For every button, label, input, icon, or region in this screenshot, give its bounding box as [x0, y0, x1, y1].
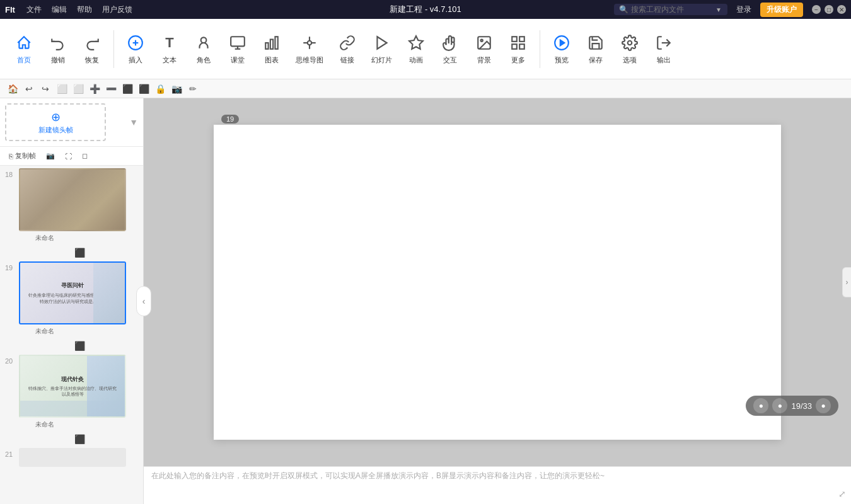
copy-icon: ⎘	[9, 152, 13, 160]
toolbar-chart[interactable]: 图表	[255, 25, 288, 73]
collapse-panel-button[interactable]: ‹	[136, 286, 151, 316]
tb2-edit-btn[interactable]: ✏	[185, 81, 200, 96]
fullscreen-icon: ⛶	[65, 152, 72, 160]
minimize-button[interactable]: −	[812, 5, 821, 14]
slide-item-19[interactable]: 19 寻医问针 针灸推拿理论与临床的研究与感悟；针灸推拿特效疗法的认识与研究或是…	[0, 259, 143, 340]
toolbar-animation[interactable]: 动画	[400, 25, 432, 73]
notes-expand-icon[interactable]: ⤢	[838, 489, 846, 499]
slide-canvas[interactable]: 19	[214, 125, 781, 440]
slide-20-inner: 现代针灸 特殊腧穴、推拿手法对疾病的治疗、现代研究以及感悟等	[20, 356, 125, 416]
export-label: 输出	[657, 55, 671, 65]
panel-collapse-icon[interactable]: ▼	[129, 117, 138, 127]
menu-help[interactable]: 帮助	[72, 0, 97, 19]
toolbar-insert[interactable]: 插入	[119, 25, 152, 73]
toolbar-role[interactable]: 角色	[187, 25, 220, 73]
search-box[interactable]: 🔍 ▼	[614, 4, 727, 15]
chart-icon	[262, 33, 282, 53]
window-controls: − □ ✕	[812, 5, 846, 14]
toolbar-classroom[interactable]: 课堂	[221, 25, 254, 73]
settings-icon: ◻	[82, 152, 88, 160]
toolbar-interact[interactable]: 交互	[434, 25, 466, 73]
close-button[interactable]: ✕	[837, 5, 846, 14]
slide-item-21[interactable]: 21	[0, 445, 143, 469]
play-prev-button[interactable]: ●	[753, 398, 768, 413]
tb2-zoom-out-btn[interactable]: ➖	[103, 81, 119, 96]
fullscreen-button[interactable]: ⛶	[61, 151, 76, 162]
tb2-lock-btn[interactable]: 🔒	[153, 81, 168, 96]
slide-thumb-19[interactable]: 寻医问针 针灸推拿理论与临床的研究与感悟；针灸推拿特效疗法的认识与研究或是感悟等	[19, 261, 126, 324]
options-label: 选项	[623, 55, 637, 65]
notes-area[interactable]: 在此处输入您的备注内容，在预览时开启双屏模式，可以实现A屏全屏播放演示内容，B屏…	[144, 466, 851, 504]
slide-thumb-20[interactable]: 现代针灸 特殊腧穴、推拿手法对疾病的治疗、现代研究以及感悟等	[19, 355, 126, 418]
settings-button[interactable]: ◻	[78, 150, 91, 162]
new-frame-plus-icon: ⊕	[51, 110, 61, 124]
tb2-redo-btn[interactable]: ↪	[38, 81, 53, 96]
tb2-paste-btn[interactable]: ⬜	[71, 81, 86, 96]
menu-edit[interactable]: 编辑	[47, 0, 72, 19]
new-frame-area: ⊕ 新建镜头帧 ▼	[0, 98, 143, 147]
toolbar-slide[interactable]: 幻灯片	[365, 25, 398, 73]
slide-thumb-18[interactable]	[19, 168, 126, 231]
toolbar-background[interactable]: 背景	[468, 25, 501, 73]
tb2-align-btn[interactable]: ⬛	[120, 81, 135, 96]
slide-item-18[interactable]: 18 未命名	[0, 166, 143, 246]
home-label: 首页	[17, 55, 31, 65]
right-panel-toggle[interactable]: ›	[842, 267, 851, 297]
slide-thumb-21[interactable]	[19, 448, 126, 467]
canvas-main[interactable]: 19 ● ● 19/33 ● ›	[144, 98, 851, 466]
slide-20-title: 现代针灸	[26, 375, 119, 384]
new-frame-button[interactable]: ⊕ 新建镜头帧	[5, 103, 106, 141]
role-label: 角色	[197, 55, 211, 65]
svg-rect-7	[265, 43, 268, 49]
menu-file[interactable]: 文件	[21, 0, 47, 19]
toolbar-options[interactable]: 选项	[613, 25, 646, 73]
search-input[interactable]	[631, 5, 713, 14]
toolbar-home[interactable]: 首页	[8, 25, 40, 73]
maximize-button[interactable]: □	[825, 5, 833, 14]
capture-icon: 📷	[46, 152, 55, 160]
tb2-copy-btn[interactable]: ⬜	[54, 81, 69, 96]
title-bar: FIt 文件 编辑 帮助 用户反馈 新建工程 - v4.7.101 🔍 ▼ 登录…	[0, 0, 851, 19]
search-dropdown-icon[interactable]: ▼	[715, 6, 722, 13]
toolbar-more[interactable]: 更多	[502, 25, 535, 73]
tb2-align2-btn[interactable]: ⬛	[136, 81, 151, 96]
link-icon	[337, 33, 357, 53]
menu-feedback[interactable]: 用户反馈	[97, 0, 137, 19]
tb2-home-btn[interactable]: 🏠	[5, 81, 20, 96]
options-icon	[620, 33, 640, 53]
toolbar-undo[interactable]: 撤销	[42, 25, 74, 73]
svg-marker-24	[560, 40, 565, 46]
svg-rect-21	[512, 44, 517, 49]
upgrade-button[interactable]: 升级账户	[760, 3, 803, 17]
action-bar: ⎘ 复制帧 📷 ⛶ ◻	[0, 147, 143, 166]
main-toolbar: 首页 撤销 恢复 插入 T 文本	[0, 19, 851, 79]
link-label: 链接	[340, 55, 354, 65]
toolbar-link[interactable]: 链接	[331, 25, 364, 73]
slide-20-text: 特殊腧穴、推拿手法对疾病的治疗、现代研究以及感悟等	[26, 386, 119, 397]
toolbar-preview[interactable]: 预览	[545, 25, 578, 73]
toolbar-save[interactable]: 保存	[579, 25, 612, 73]
play-next-button[interactable]: ●	[816, 398, 831, 413]
slide-icon	[372, 33, 392, 53]
toolbar-mindmap[interactable]: 思维导图	[289, 25, 330, 73]
tb2-undo-btn[interactable]: ↩	[21, 81, 37, 96]
toolbar-redo[interactable]: 恢复	[76, 25, 108, 73]
classroom-icon	[228, 33, 248, 53]
tb2-camera-btn[interactable]: 📷	[169, 81, 184, 96]
insert-icon	[125, 33, 146, 53]
role-icon	[194, 33, 214, 53]
slide-num-21: 21	[5, 448, 16, 458]
slide-panel: ⊕ 新建镜头帧 ▼ ⎘ 复制帧 📷 ⛶ ◻ 18	[0, 98, 144, 504]
tb2-zoom-in-btn[interactable]: ➕	[87, 81, 102, 96]
play-main-button[interactable]: ●	[772, 398, 787, 413]
slide-sep-1: ⬛	[0, 246, 143, 259]
text-icon: T	[159, 33, 180, 53]
copy-frame-button[interactable]: ⎘ 复制帧	[5, 149, 40, 163]
classroom-label: 课堂	[231, 55, 245, 65]
toolbar-export[interactable]: 输出	[647, 25, 680, 73]
mindmap-icon	[299, 33, 320, 53]
slide-item-20[interactable]: 20 现代针灸 特殊腧穴、推拿手法对疾病的治疗、现代研究以及感悟等 未命名	[0, 352, 143, 433]
capture-button[interactable]: 📷	[42, 150, 59, 162]
toolbar-text[interactable]: T 文本	[153, 25, 186, 73]
login-button[interactable]: 登录	[731, 3, 756, 16]
